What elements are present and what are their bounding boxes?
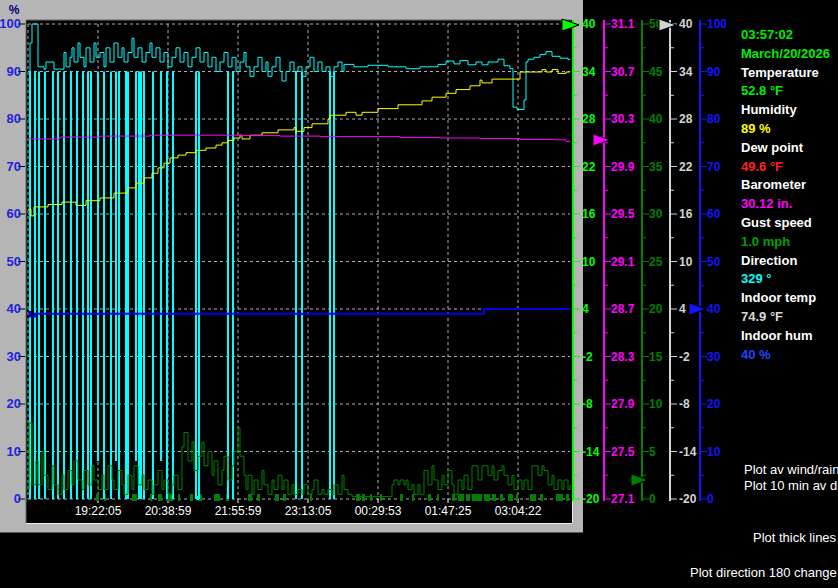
svg-text:10: 10 xyxy=(707,445,721,459)
indoor-humidity-axis: 1009080706050403020100 xyxy=(689,17,727,506)
svg-text:40: 40 xyxy=(707,302,721,316)
svg-text:30: 30 xyxy=(649,207,663,221)
svg-text:0: 0 xyxy=(707,492,714,506)
svg-text:70: 70 xyxy=(707,160,721,174)
svg-text:0: 0 xyxy=(14,491,21,506)
option-plot-thick-lines[interactable]: Plot thick lines xyxy=(753,530,836,545)
svg-text:60: 60 xyxy=(7,206,21,221)
svg-text:-14: -14 xyxy=(679,445,697,459)
svg-text:03:04:22: 03:04:22 xyxy=(495,504,542,518)
wind-speed-axis: 50454035302520151050 xyxy=(631,17,663,506)
svg-text:45: 45 xyxy=(649,65,663,79)
svg-text:10: 10 xyxy=(649,397,663,411)
svg-text:4: 4 xyxy=(679,302,686,316)
svg-text:-8: -8 xyxy=(679,397,690,411)
svg-text:20: 20 xyxy=(707,397,721,411)
svg-text:-20: -20 xyxy=(679,492,697,506)
svg-text:22: 22 xyxy=(582,160,596,174)
svg-text:30: 30 xyxy=(707,350,721,364)
svg-text:20: 20 xyxy=(7,396,21,411)
reading-value-temperature: 52.8 °F xyxy=(741,82,838,101)
current-conditions-panel: 03:57:02March/20/2026Temperature52.8 °FH… xyxy=(741,26,838,364)
reading-value-humidity: 89 % xyxy=(741,120,838,139)
reading-label-humidity: Humidity xyxy=(741,101,838,120)
reading-value-indoor-temp: 74.9 °F xyxy=(741,308,838,327)
clock-time: 03:57:02 xyxy=(741,26,838,45)
dew-point-axis: 4034282216104-2-8-14-20 xyxy=(659,17,697,506)
reading-value-gust-speed: 1.0 mph xyxy=(741,233,838,252)
svg-text:30: 30 xyxy=(7,349,21,364)
svg-text:4: 4 xyxy=(582,302,589,316)
reading-label-indoor-temp: Indoor temp xyxy=(741,289,838,308)
svg-text:27.9: 27.9 xyxy=(611,397,635,411)
weather-graph[interactable]: %100908070605040302010019:22:0520:38:592… xyxy=(0,0,838,588)
svg-text:-14: -14 xyxy=(582,445,600,459)
svg-text:28: 28 xyxy=(582,112,596,126)
svg-text:100: 100 xyxy=(707,17,727,31)
svg-text:30.7: 30.7 xyxy=(611,65,635,79)
svg-text:40: 40 xyxy=(582,17,596,31)
reading-value-direction: 329 ° xyxy=(741,270,838,289)
svg-text:50: 50 xyxy=(707,255,721,269)
svg-text:34: 34 xyxy=(679,65,693,79)
svg-text:90: 90 xyxy=(707,65,721,79)
option-plot-10-min-av-dir[interactable]: Plot 10 min av dir xyxy=(744,478,838,493)
svg-text:31.1: 31.1 xyxy=(611,17,635,31)
svg-text:30.3: 30.3 xyxy=(611,112,635,126)
svg-text:-2: -2 xyxy=(582,350,593,364)
svg-text:01:47:25: 01:47:25 xyxy=(425,504,472,518)
svg-text:27.5: 27.5 xyxy=(611,445,635,459)
svg-text:28.7: 28.7 xyxy=(611,302,635,316)
reading-value-barometer: 30.12 in. xyxy=(741,195,838,214)
reading-label-gust-speed: Gust speed xyxy=(741,214,838,233)
reading-label-temperature: Temperature xyxy=(741,64,838,83)
weather-display-window: %100908070605040302010019:22:0520:38:592… xyxy=(0,0,838,588)
svg-text:40: 40 xyxy=(649,112,663,126)
option-plot-direction-180-change[interactable]: Plot direction 180 change xyxy=(690,565,837,580)
reading-label-dew-point: Dew point xyxy=(741,139,838,158)
svg-text:-2: -2 xyxy=(679,350,690,364)
svg-text:5: 5 xyxy=(649,445,656,459)
reading-label-direction: Direction xyxy=(741,252,838,271)
svg-text:00:29:53: 00:29:53 xyxy=(355,504,402,518)
svg-text:80: 80 xyxy=(707,112,721,126)
svg-text:29.9: 29.9 xyxy=(611,160,635,174)
svg-text:-20: -20 xyxy=(582,492,600,506)
svg-text:16: 16 xyxy=(679,207,693,221)
reading-value-indoor-hum: 40 % xyxy=(741,346,838,365)
svg-text:%: % xyxy=(9,3,20,17)
svg-text:10: 10 xyxy=(582,255,596,269)
svg-text:100: 100 xyxy=(0,16,21,31)
svg-text:28: 28 xyxy=(679,112,693,126)
option-plot-av-wind-rain[interactable]: Plot av wind/rain xyxy=(744,462,838,477)
indoor-humidity-axis-current-value-arrow xyxy=(689,303,706,315)
svg-text:21:55:59: 21:55:59 xyxy=(215,504,262,518)
svg-text:29.5: 29.5 xyxy=(611,207,635,221)
svg-text:15: 15 xyxy=(649,350,663,364)
svg-text:40: 40 xyxy=(7,301,21,316)
svg-text:27.1: 27.1 xyxy=(611,492,635,506)
svg-text:40: 40 xyxy=(679,17,693,31)
svg-text:28.3: 28.3 xyxy=(611,350,635,364)
svg-text:70: 70 xyxy=(7,159,21,174)
svg-text:-8: -8 xyxy=(582,397,593,411)
svg-text:50: 50 xyxy=(7,254,21,269)
svg-text:19:22:05: 19:22:05 xyxy=(75,504,122,518)
reading-label-indoor-hum: Indoor hum xyxy=(741,327,838,346)
svg-text:0: 0 xyxy=(649,492,656,506)
svg-text:22: 22 xyxy=(679,160,693,174)
reading-value-dew-point: 49.6 °F xyxy=(741,158,838,177)
svg-text:25: 25 xyxy=(649,255,663,269)
dew-point-axis-current-value-arrow xyxy=(659,19,676,31)
barometer-axis-current-value-arrow xyxy=(593,134,610,146)
svg-text:80: 80 xyxy=(7,111,21,126)
svg-text:23:13:05: 23:13:05 xyxy=(285,504,332,518)
svg-text:16: 16 xyxy=(582,207,596,221)
svg-text:29.1: 29.1 xyxy=(611,255,635,269)
svg-text:20: 20 xyxy=(649,302,663,316)
wind-speed-axis-current-value-arrow xyxy=(631,474,648,486)
clock-date: March/20/2026 xyxy=(741,45,838,64)
svg-text:34: 34 xyxy=(582,65,596,79)
svg-text:10: 10 xyxy=(679,255,693,269)
svg-text:60: 60 xyxy=(707,207,721,221)
